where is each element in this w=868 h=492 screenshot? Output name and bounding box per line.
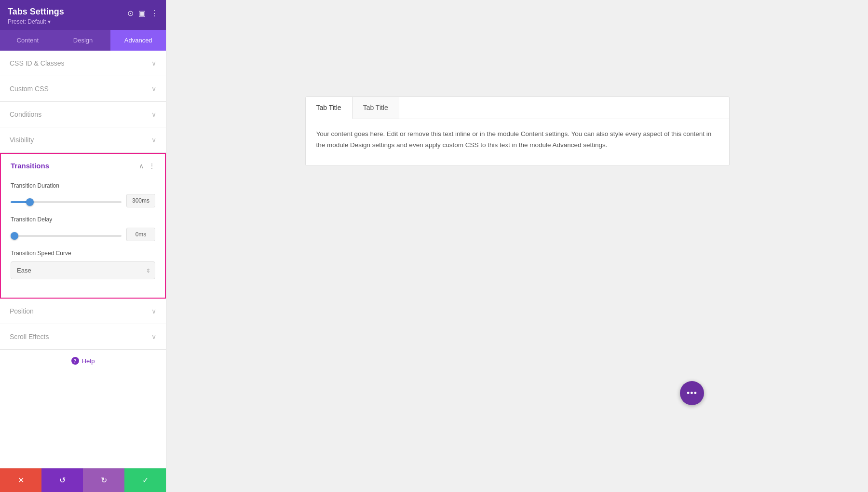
delay-slider[interactable] [11,235,122,237]
widget-tab-1[interactable]: Tab Title [306,97,353,119]
settings-icon[interactable]: ⊙ [127,9,134,18]
header-icons: ⊙ ▣ ⋮ [127,7,158,18]
tab-content[interactable]: Content [0,30,55,51]
speed-curve-label: Transition Speed Curve [11,250,155,257]
accordion-scroll-effects: Scroll Effects ∨ [0,324,166,350]
tab-navigation: Content Design Advanced [0,30,166,51]
delay-label: Transition Delay [11,216,155,223]
accordion-conditions: Conditions ∨ [0,102,166,127]
accordion-custom-css: Custom CSS ∨ [0,76,166,102]
duration-value: 300ms [126,194,155,207]
chevron-up-icon[interactable]: ∧ [139,162,144,170]
accordion-header-custom-css[interactable]: Custom CSS ∨ [0,76,166,101]
chevron-down-icon: ∨ [151,110,156,118]
chevron-down-icon: ∨ [151,136,156,144]
widget-content-text: Your content goes here. Edit or remove t… [316,129,719,151]
tab-design[interactable]: Design [55,30,111,51]
tabs-widget-body: Your content goes here. Edit or remove t… [306,119,729,165]
more-icon[interactable]: ⋮ [150,9,158,18]
floating-action-button[interactable]: ••• [680,381,704,405]
transitions-header-icons: ∧ ⋮ [139,162,155,170]
tabs-widget-nav: Tab Title Tab Title [306,97,729,119]
accordion-label-custom-css: Custom CSS [10,85,49,93]
accordion-position: Position ∨ [0,299,166,324]
speed-curve-select-wrap: Ease Linear Ease In Ease Out Ease In Out [11,261,155,279]
chevron-down-icon: ∨ [151,333,156,341]
accordion-label-conditions: Conditions [10,110,41,118]
widget-tab-2[interactable]: Tab Title [353,97,399,119]
accordion-header-scroll-effects[interactable]: Scroll Effects ∨ [0,324,166,349]
tabs-widget: Tab Title Tab Title Your content goes he… [305,96,730,166]
transitions-title: Transitions [11,162,49,170]
accordion-header-position[interactable]: Position ∨ [0,299,166,324]
duration-slider-wrap [11,196,122,205]
duration-label: Transition Duration [11,182,155,189]
transitions-header[interactable]: Transitions ∧ ⋮ [1,154,165,178]
accordion-label-position: Position [10,307,34,315]
sidebar-content: CSS ID & Classes ∨ Custom CSS ∨ Conditio… [0,51,166,468]
accordion-header-conditions[interactable]: Conditions ∨ [0,102,166,127]
module-title: Tabs Settings [8,7,64,17]
sidebar-header: Tabs Settings Preset: Default ▾ ⊙ ▣ ⋮ [0,0,166,30]
more-options-icon[interactable]: ⋮ [149,162,155,170]
save-button[interactable]: ✓ [124,468,166,492]
chevron-down-icon: ∨ [151,85,156,93]
bottom-toolbar: ✕ ↺ ↻ ✓ [0,468,166,492]
accordion-header-visibility[interactable]: Visibility ∨ [0,127,166,152]
accordion-label-scroll-effects: Scroll Effects [10,333,49,341]
help-icon: ? [71,357,79,365]
chevron-down-icon: ∨ [151,59,156,67]
chevron-down-icon: ∨ [151,307,156,315]
duration-slider[interactable] [11,201,122,203]
tab-advanced[interactable]: Advanced [110,30,166,51]
delay-slider-row: 0ms [11,228,155,241]
help-link[interactable]: ? Help [7,357,159,365]
duration-slider-row: 300ms [11,194,155,207]
accordion-visibility: Visibility ∨ [0,127,166,153]
undo-button[interactable]: ↺ [41,468,83,492]
accordion-header-css-id[interactable]: CSS ID & Classes ∨ [0,51,166,76]
help-label: Help [82,357,95,365]
delay-value: 0ms [126,228,155,241]
preset-label[interactable]: Preset: Default ▾ [8,18,64,25]
sidebar-footer: ? Help [0,350,166,371]
speed-curve-select[interactable]: Ease Linear Ease In Ease Out Ease In Out [11,261,155,279]
transition-delay-group: Transition Delay 0ms [11,216,155,241]
sidebar: Tabs Settings Preset: Default ▾ ⊙ ▣ ⋮ Co… [0,0,166,492]
transitions-body: Transition Duration 300ms Transition Del… [1,178,165,298]
cancel-button[interactable]: ✕ [0,468,41,492]
main-content: Tab Title Tab Title Your content goes he… [166,0,868,492]
accordion-css-id-classes: CSS ID & Classes ∨ [0,51,166,76]
redo-button[interactable]: ↻ [83,468,124,492]
layout-icon[interactable]: ▣ [138,9,146,18]
header-left: Tabs Settings Preset: Default ▾ [8,7,64,25]
accordion-label-visibility: Visibility [10,136,34,144]
accordion-label-css-id: CSS ID & Classes [10,59,65,67]
speed-curve-group: Transition Speed Curve Ease Linear Ease … [11,250,155,279]
delay-slider-wrap [11,230,122,239]
transition-duration-group: Transition Duration 300ms [11,182,155,207]
transitions-section: Transitions ∧ ⋮ Transition Duration 300m… [0,153,166,299]
